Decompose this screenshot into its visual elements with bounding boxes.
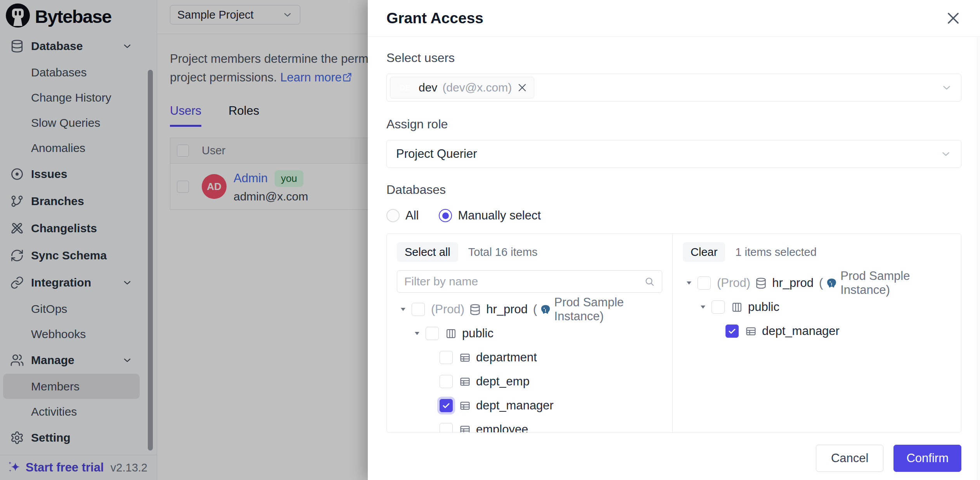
selected-tree: (Prod) hr_prod (Prod Sample Instance) pu… — [683, 271, 951, 343]
checkbox[interactable] — [440, 423, 453, 432]
checkbox[interactable] — [426, 327, 439, 340]
search-icon — [644, 276, 655, 287]
role-select[interactable]: Project Querier — [386, 140, 961, 168]
database-icon — [755, 277, 767, 289]
caret-down-icon[interactable] — [412, 329, 422, 338]
checkbox[interactable] — [712, 300, 725, 314]
select-users-input[interactable]: DE dev (dev@x.com) — [386, 74, 961, 102]
cancel-button[interactable]: Cancel — [816, 445, 884, 472]
database-picker: Select all Total 16 items (Prod) — [386, 233, 961, 433]
checkbox[interactable] — [698, 276, 711, 290]
radio-manually-select[interactable]: Manually select — [439, 209, 541, 223]
checkbox[interactable] — [412, 303, 425, 316]
checkbox-checked[interactable] — [440, 399, 453, 412]
clear-button[interactable]: Clear — [683, 242, 725, 262]
select-users-label: Select users — [386, 51, 961, 65]
checkbox-checked[interactable] — [725, 325, 739, 338]
caret-down-icon[interactable] — [684, 278, 694, 288]
tree-row-database[interactable]: (Prod) hr_prod (Prod Sample Instance) — [683, 271, 951, 295]
table-icon — [459, 376, 471, 388]
filter-input[interactable] — [404, 275, 644, 288]
close-icon[interactable] — [945, 10, 961, 26]
database-icon — [469, 304, 481, 316]
radio-all[interactable]: All — [386, 209, 419, 223]
avatar: DE — [397, 79, 414, 96]
schema-icon — [445, 328, 457, 340]
checkbox[interactable] — [440, 351, 453, 364]
modal-footer: Cancel Confirm — [368, 437, 980, 480]
postgresql-icon — [826, 277, 837, 289]
caret-down-icon[interactable] — [398, 305, 408, 314]
modal-title: Grant Access — [386, 10, 483, 27]
checkbox[interactable] — [440, 375, 453, 388]
chevron-down-icon — [941, 82, 952, 93]
grant-access-modal: Grant Access Select users DE dev (dev@x.… — [368, 0, 980, 480]
tree-row-table[interactable]: department — [397, 345, 662, 369]
tree-row-schema[interactable]: public — [683, 295, 951, 319]
table-icon — [459, 400, 471, 412]
tree-row-database[interactable]: (Prod) hr_prod (Prod Sample Instance) — [397, 297, 662, 321]
table-icon — [745, 325, 757, 337]
tree-row-table[interactable]: employee — [397, 418, 662, 432]
filter-input-wrap — [397, 270, 662, 293]
picker-source-pane: Select all Total 16 items (Prod) — [387, 234, 673, 432]
picker-selected-pane: Clear 1 items selected (Prod) hr_prod (P… — [673, 234, 961, 432]
radio-circle[interactable] — [386, 209, 400, 222]
chevron-down-icon — [940, 148, 952, 160]
remove-user-icon[interactable] — [517, 82, 528, 93]
databases-label: Databases — [386, 183, 961, 197]
modal-scrollbar[interactable] — [977, 37, 980, 480]
confirm-button[interactable]: Confirm — [893, 445, 961, 472]
tree-row-table[interactable]: dept_manager — [683, 319, 951, 343]
assign-role-label: Assign role — [386, 117, 961, 131]
tree-row-table[interactable]: dept_manager — [397, 394, 662, 418]
bytebase-app: Bytebase Database Databases Change Histo… — [0, 0, 980, 480]
database-scope-radios: All Manually select — [386, 209, 961, 223]
check-icon — [727, 326, 737, 336]
total-items-label: Total 16 items — [468, 246, 538, 259]
selected-user-chip: DE dev (dev@x.com) — [390, 77, 534, 98]
table-icon — [459, 424, 471, 433]
source-tree: (Prod) hr_prod (Prod Sample Instance) pu… — [397, 297, 662, 432]
modal-body: Select users DE dev (dev@x.com) Assign r… — [368, 51, 980, 433]
caret-down-icon[interactable] — [698, 302, 708, 312]
schema-icon — [731, 301, 743, 313]
postgresql-icon — [540, 303, 551, 316]
radio-circle-selected[interactable] — [439, 209, 452, 222]
tree-row-schema[interactable]: public — [397, 321, 662, 345]
check-icon — [442, 401, 451, 410]
select-all-button[interactable]: Select all — [397, 242, 458, 262]
table-icon — [459, 352, 471, 364]
selected-count-label: 1 items selected — [735, 246, 817, 259]
modal-header: Grant Access — [368, 0, 980, 37]
tree-row-table[interactable]: dept_emp — [397, 369, 662, 394]
